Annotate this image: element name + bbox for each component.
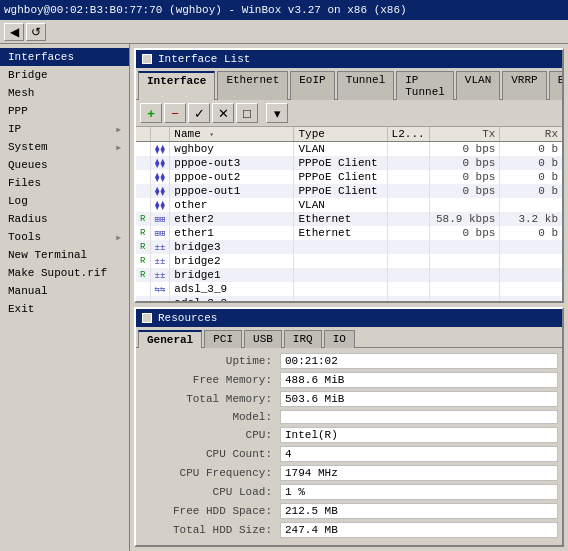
bridge-icon: ±±: [155, 257, 166, 267]
row-name: adsl_2_8: [170, 296, 294, 301]
sidebar-item-label: Mesh: [8, 87, 34, 99]
table-row[interactable]: ⧫⧫wghboyVLAN0 bps0 b: [136, 142, 562, 157]
sidebar-item-label: Radius: [8, 213, 48, 225]
bridge-icon: ±±: [155, 271, 166, 281]
forward-button[interactable]: ↺: [26, 23, 46, 41]
sidebar-item-manual[interactable]: Manual: [0, 282, 129, 300]
row-l2: [387, 268, 429, 282]
interface-tab-ethernet[interactable]: Ethernet: [217, 71, 288, 100]
interface-list-titlebar: Interface List: [136, 50, 562, 68]
resource-value: 247.4 MB: [280, 522, 558, 538]
interface-tab-eoip[interactable]: EoIP: [290, 71, 334, 100]
resource-row: CPU:Intel(R): [140, 426, 558, 445]
table-row[interactable]: ⇆⇆adsl_3_9: [136, 282, 562, 296]
back-button[interactable]: ◀: [4, 23, 24, 41]
row-flag: [136, 282, 150, 296]
interface-tab-vrrp[interactable]: VRRP: [502, 71, 546, 100]
col-flag: [136, 127, 150, 142]
resource-value: 212.5 MB: [280, 503, 558, 519]
resource-value: 4: [280, 446, 558, 462]
resources-tab-pci[interactable]: PCI: [204, 330, 242, 348]
sidebar-item-mesh[interactable]: Mesh: [0, 84, 129, 102]
table-row[interactable]: ⧫⧫otherVLAN: [136, 198, 562, 212]
row-tx: 58.9 kbps: [429, 212, 500, 226]
sidebar-item-queues[interactable]: Queues: [0, 156, 129, 174]
row-tx: 0 bps: [429, 156, 500, 170]
table-row[interactable]: R⊞⊞ether2Ethernet58.9 kbps3.2 kb: [136, 212, 562, 226]
interface-list-title: Interface List: [158, 53, 250, 65]
col-rx[interactable]: Rx: [500, 127, 562, 142]
add-button[interactable]: +: [140, 103, 162, 123]
row-type: PPPoE Client: [294, 170, 387, 184]
row-type-icon: ±±: [150, 268, 170, 282]
table-row[interactable]: ⧫⧫pppoe-out3PPPoE Client0 bps0 b: [136, 156, 562, 170]
row-name: ether2: [170, 212, 294, 226]
sidebar-item-files[interactable]: Files: [0, 174, 129, 192]
resource-label: Uptime:: [140, 355, 280, 367]
interface-tab-interface[interactable]: Interface: [138, 71, 215, 100]
col-icon: [150, 127, 170, 142]
sidebar-item-bridge[interactable]: Bridge: [0, 66, 129, 84]
col-name[interactable]: Name ▾: [170, 127, 294, 142]
row-rx: [500, 282, 562, 296]
resource-value: 00:21:02: [280, 353, 558, 369]
interface-tab-ip-tunnel[interactable]: IP Tunnel: [396, 71, 454, 100]
interface-list-window: Interface List InterfaceEthernetEoIPTunn…: [134, 48, 564, 303]
interface-tab-tunnel[interactable]: Tunnel: [337, 71, 395, 100]
col-type[interactable]: Type: [294, 127, 387, 142]
table-row[interactable]: ⇆⇆adsl_2_8: [136, 296, 562, 301]
sidebar-item-new-terminal[interactable]: New Terminal: [0, 246, 129, 264]
sidebar-item-make-supout-rif[interactable]: Make Supout.rif: [0, 264, 129, 282]
remove-button[interactable]: −: [164, 103, 186, 123]
table-row[interactable]: R⊞⊞ether1Ethernet0 bps0 b: [136, 226, 562, 240]
sidebar-arrow-icon: ▶: [116, 125, 121, 134]
col-tx[interactable]: Tx: [429, 127, 500, 142]
sidebar-item-ip[interactable]: IP▶: [0, 120, 129, 138]
row-tx: 0 bps: [429, 226, 500, 240]
pppoe-icon: ⧫⧫: [155, 159, 166, 169]
sidebar-item-label: Manual: [8, 285, 48, 297]
table-row[interactable]: ⧫⧫pppoe-out1PPPoE Client0 bps0 b: [136, 184, 562, 198]
bridge-icon: ±±: [155, 243, 166, 253]
row-tx: [429, 282, 500, 296]
filter-button[interactable]: ▾: [266, 103, 288, 123]
row-rx: [500, 240, 562, 254]
sidebar-item-exit[interactable]: Exit: [0, 300, 129, 318]
table-row[interactable]: R±±bridge3: [136, 240, 562, 254]
row-flag: R: [136, 254, 150, 268]
table-row[interactable]: ⧫⧫pppoe-out2PPPoE Client0 bps0 b: [136, 170, 562, 184]
sidebar-item-radius[interactable]: Radius: [0, 210, 129, 228]
sidebar-item-interfaces[interactable]: Interfaces: [0, 48, 129, 66]
check-button[interactable]: ✓: [188, 103, 210, 123]
resources-tab-io[interactable]: IO: [324, 330, 355, 348]
row-type: PPPoE Client: [294, 184, 387, 198]
interface-table: Name ▾ Type L2... Tx Rx ⧫⧫wghboyVLAN0 bp…: [136, 127, 562, 301]
resource-label: CPU Count:: [140, 448, 280, 460]
row-name: wghboy: [170, 142, 294, 157]
sidebar-item-label: Tools: [8, 231, 41, 243]
table-row[interactable]: R±±bridge2: [136, 254, 562, 268]
row-l2: [387, 198, 429, 212]
cross-button[interactable]: ✕: [212, 103, 234, 123]
table-row[interactable]: R±±bridge1: [136, 268, 562, 282]
sidebar-item-tools[interactable]: Tools▶: [0, 228, 129, 246]
col-l2[interactable]: L2...: [387, 127, 429, 142]
resource-row: Free HDD Space:212.5 MB: [140, 502, 558, 521]
interface-tab-vlan[interactable]: VLAN: [456, 71, 500, 100]
row-l2: [387, 240, 429, 254]
ethernet-icon: ⊞⊞: [155, 215, 166, 225]
sidebar-item-ppp[interactable]: PPP: [0, 102, 129, 120]
resources-tab-general[interactable]: General: [138, 330, 202, 348]
row-type-icon: ±±: [150, 254, 170, 268]
sidebar-item-system[interactable]: System▶: [0, 138, 129, 156]
resources-tab-irq[interactable]: IRQ: [284, 330, 322, 348]
row-rx: 0 b: [500, 142, 562, 157]
row-type-icon: ⧫⧫: [150, 156, 170, 170]
row-type: Ethernet: [294, 226, 387, 240]
copy-button[interactable]: □: [236, 103, 258, 123]
resources-tab-usb[interactable]: USB: [244, 330, 282, 348]
row-type-icon: ⇆⇆: [150, 296, 170, 301]
row-rx: [500, 268, 562, 282]
interface-tab-bonding[interactable]: Bonding: [549, 71, 564, 100]
sidebar-item-log[interactable]: Log: [0, 192, 129, 210]
